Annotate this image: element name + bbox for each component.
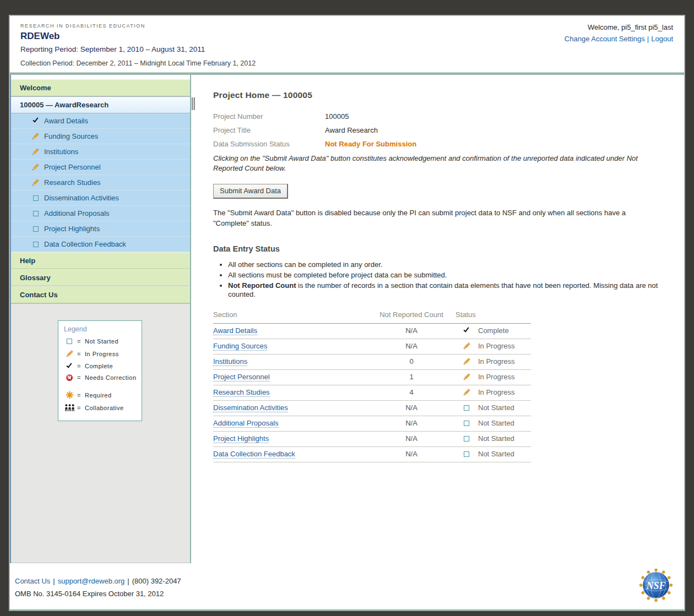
square-icon bbox=[31, 242, 40, 247]
data-collection-feedback-link[interactable]: Data Collection Feedback bbox=[213, 450, 295, 459]
sidebar-item-institutions[interactable]: Institutions bbox=[11, 144, 190, 160]
status-text: Not Started bbox=[478, 450, 514, 458]
status-text: Not Started bbox=[478, 434, 514, 443]
submit-award-data-button[interactable]: Submit Award Data bbox=[213, 184, 288, 199]
footer-separator: | bbox=[53, 577, 55, 585]
square-icon bbox=[31, 226, 40, 232]
project-personnel-link[interactable]: Project Personnel bbox=[213, 373, 270, 381]
legend-row-required: = Required bbox=[64, 391, 138, 399]
submission-status-row: Data Submission Status Not Ready For Sub… bbox=[213, 140, 663, 148]
sidebar-item-label: Project Highlights bbox=[44, 225, 100, 233]
sidebar-item-project-personnel[interactable]: Project Personnel bbox=[11, 160, 190, 175]
legend-row-in-progress: = In Progress bbox=[64, 350, 138, 358]
bullet-item: All sections must be completed before pr… bbox=[228, 271, 663, 280]
table-row: Funding Sources N/A In Progress bbox=[213, 339, 531, 355]
sidebar-item-project-highlights[interactable]: Project Highlights bbox=[11, 221, 190, 237]
bullet-item: All other sections can be completed in a… bbox=[228, 260, 663, 270]
sidebar-item-research-studies[interactable]: Research Studies bbox=[11, 175, 190, 190]
bullet-item: Not Reported Count is the number of reco… bbox=[228, 281, 663, 300]
sidebar-item-project[interactable]: 100005 — AwardResearch bbox=[11, 96, 190, 113]
page-footer: Contact Us|support@rdeweb.org|(800) 392-… bbox=[10, 563, 684, 609]
logout-link[interactable]: Logout bbox=[651, 35, 673, 43]
sidebar-item-label: Additional Proposals bbox=[44, 209, 110, 217]
table-row: Award Details N/A Complete bbox=[213, 324, 531, 339]
status-text: In Progress bbox=[478, 373, 514, 381]
asterisk-icon bbox=[64, 391, 75, 399]
funding-sources-link[interactable]: Funding Sources bbox=[213, 342, 267, 351]
bullet-bold-lead: Not Reported Count bbox=[228, 281, 296, 290]
page-header: RESEARCH IN DISABILITIES EDUCATION RDEWe… bbox=[10, 16, 684, 72]
legend-label: Needs Correction bbox=[85, 374, 137, 381]
status-text: In Progress bbox=[478, 342, 514, 350]
legend-row-complete: = Complete bbox=[64, 363, 138, 369]
sidebar-item-contact-us[interactable]: Contact Us bbox=[11, 286, 190, 303]
legend-row-collaborative: = Collaborative bbox=[64, 404, 138, 412]
welcome-user-text: Welcome, pi5_first pi5_last bbox=[565, 22, 673, 34]
equals-sign: = bbox=[77, 363, 81, 369]
sidebar-item-dissemination-activities[interactable]: Dissemination Activities bbox=[11, 190, 190, 206]
legend-row-not-started: = Not Started bbox=[64, 338, 138, 345]
nsf-logo-text: NSF bbox=[646, 580, 665, 591]
error-icon bbox=[64, 374, 75, 381]
data-entry-status-table: Section Not Reported Count Status Award … bbox=[213, 309, 531, 462]
status-column-header: Status bbox=[456, 309, 531, 324]
square-icon bbox=[462, 436, 471, 441]
sidebar-item-additional-proposals[interactable]: Additional Proposals bbox=[11, 206, 190, 221]
sidebar-item-help[interactable]: Help bbox=[11, 252, 190, 269]
pencil-icon bbox=[462, 357, 471, 366]
pencil-icon bbox=[31, 148, 40, 156]
submission-status-value: Not Ready For Submission bbox=[325, 140, 416, 148]
reporting-period: Reporting Period: September 1, 2010 – Au… bbox=[20, 45, 684, 53]
project-number-row: Project Number 100005 bbox=[213, 112, 663, 121]
sidebar-item-welcome[interactable]: Welcome bbox=[11, 79, 190, 96]
square-icon bbox=[462, 405, 471, 411]
project-title-label: Project Title bbox=[213, 126, 325, 134]
sidebar-item-label: Data Collection Feedback bbox=[44, 240, 126, 248]
user-block: Welcome, pi5_first pi5_last Change Accou… bbox=[565, 22, 673, 45]
not-reported-count: N/A bbox=[367, 432, 456, 447]
table-row: Institutions 0 In Progress bbox=[213, 355, 531, 370]
nav-menu: Welcome 100005 — AwardResearch Award Det… bbox=[11, 79, 190, 303]
research-studies-link[interactable]: Research Studies bbox=[213, 388, 270, 397]
not-reported-count: N/A bbox=[367, 324, 456, 339]
additional-proposals-link[interactable]: Additional Proposals bbox=[213, 419, 279, 428]
data-entry-bullets: All other sections can be completed in a… bbox=[228, 260, 663, 300]
footer-email-link[interactable]: support@rdeweb.org bbox=[58, 577, 125, 585]
sidebar-item-funding-sources[interactable]: Funding Sources bbox=[11, 129, 190, 144]
legend-label: In Progress bbox=[85, 351, 119, 357]
project-title-value: Award Research bbox=[325, 126, 378, 134]
status-text: Not Started bbox=[478, 404, 514, 412]
sidebar-item-award-details[interactable]: Award Details bbox=[11, 113, 190, 129]
legend-row-needs-correction: = Needs Correction bbox=[64, 374, 138, 381]
project-title-row: Project Title Award Research bbox=[213, 126, 663, 134]
splitter-handle[interactable] bbox=[192, 97, 195, 110]
footer-contact-line: Contact Us|support@rdeweb.org|(800) 392-… bbox=[15, 577, 684, 585]
sidebar-item-label: Institutions bbox=[44, 148, 78, 156]
not-reported-count: N/A bbox=[367, 401, 456, 416]
change-account-settings-link[interactable]: Change Account Settings bbox=[565, 35, 645, 43]
count-column-header: Not Reported Count bbox=[367, 309, 456, 324]
footer-omb-line: OMB No. 3145-0164 Expires October 31, 20… bbox=[15, 590, 684, 598]
table-row: Dissemination Activities N/A Not Started bbox=[213, 401, 531, 416]
nsf-logo: NSF bbox=[638, 568, 674, 604]
footer-contact-us-link[interactable]: Contact Us bbox=[15, 577, 50, 585]
sidebar-item-data-collection-feedback[interactable]: Data Collection Feedback bbox=[11, 237, 190, 252]
square-icon bbox=[64, 339, 75, 344]
footer-separator: | bbox=[127, 577, 129, 585]
not-reported-count: 4 bbox=[367, 385, 456, 401]
sidebar-item-glossary[interactable]: Glossary bbox=[11, 269, 190, 286]
project-fields: Project Number 100005 Project Title Awar… bbox=[213, 112, 663, 148]
sidebar-item-label: Project Personnel bbox=[44, 163, 101, 171]
not-reported-count: N/A bbox=[367, 447, 456, 462]
award-details-link[interactable]: Award Details bbox=[213, 326, 257, 335]
sidebar-item-label: Funding Sources bbox=[44, 132, 98, 140]
institutions-link[interactable]: Institutions bbox=[213, 357, 247, 366]
sidebar-item-label: Dissemination Activities bbox=[44, 194, 119, 202]
dissemination-activities-link[interactable]: Dissemination Activities bbox=[213, 404, 288, 412]
not-reported-count: N/A bbox=[367, 339, 456, 355]
equals-sign: = bbox=[77, 405, 81, 411]
data-entry-status-heading: Data Entry Status bbox=[213, 244, 663, 253]
project-number-label: Project Number bbox=[213, 112, 325, 121]
project-highlights-link[interactable]: Project Highlights bbox=[213, 434, 269, 443]
main-content: Project Home — 100005 Project Number 100… bbox=[191, 75, 684, 563]
